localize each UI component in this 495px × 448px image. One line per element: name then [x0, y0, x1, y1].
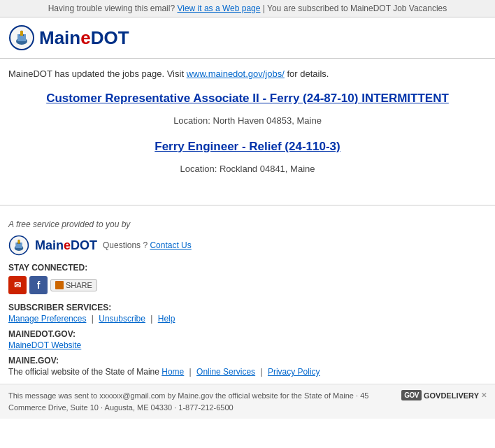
- svg-rect-11: [17, 240, 20, 244]
- mainedot-website-link[interactable]: MaineDOT Website: [8, 340, 81, 350]
- share-label: SHARE: [66, 281, 92, 289]
- help-link[interactable]: Help: [158, 314, 175, 324]
- maine-gov-section: MAINE.GOV: The official website of the S…: [8, 356, 487, 377]
- stay-connected-label: STAY CONNECTED:: [8, 263, 487, 273]
- jobs-page-link[interactable]: www.mainedot.gov/jobs/: [187, 68, 285, 79]
- maine-gov-label: MAINE.GOV:: [8, 356, 487, 366]
- header: MaineDOT: [0, 17, 495, 59]
- free-service-text: A free service provided to you by: [8, 219, 487, 229]
- banner-suffix: | You are subscribed to MaineDOT Job Vac…: [263, 3, 447, 13]
- govdelivery-badge: GOV GOVDELIVERY ✕: [401, 390, 487, 400]
- footer-logo-text: MaineDOT: [35, 238, 97, 253]
- online-services-link[interactable]: Online Services: [196, 367, 255, 377]
- job-location-1: Location: North Haven 04853, Maine: [8, 115, 487, 126]
- subscriber-services-label: SUBSCRIBER SERVICES:: [8, 303, 487, 312]
- maine-seal-icon: [8, 24, 35, 51]
- contact-us-link[interactable]: Contact Us: [150, 240, 191, 250]
- job-title-1[interactable]: Customer Representative Associate II - F…: [46, 92, 449, 106]
- view-as-webpage-link[interactable]: View it as a Web page: [177, 3, 260, 13]
- bottom-footer-text: This message was sent to xxxxxx@gmail.co…: [8, 390, 394, 413]
- email-social-icon[interactable]: ✉: [8, 276, 27, 294]
- job-listing-1: Customer Representative Associate II - F…: [8, 92, 487, 126]
- footer-section: A free service provided to you by MaineD…: [0, 215, 495, 377]
- govdelivery-text: GOVDELIVERY: [424, 391, 479, 400]
- footer-logo-row: MaineDOT Questions ? Contact Us: [8, 235, 487, 256]
- mainedot-gov-label: MAINEDOT.GOV:: [8, 329, 487, 339]
- mainedot-gov-section: MAINEDOT.GOV: MaineDOT Website: [8, 329, 487, 350]
- job-listing-2: Ferry Engineer - Relief (24-110-3) Locat…: [8, 140, 487, 174]
- facebook-icon[interactable]: f: [29, 276, 48, 294]
- bookmark-icon: [55, 281, 64, 289]
- subscriber-links: Manage Preferences | Unsubscribe | Help: [8, 314, 487, 324]
- svg-rect-5: [20, 31, 23, 36]
- mainedot-gov-links: MaineDOT Website: [8, 340, 487, 350]
- unsubscribe-link[interactable]: Unsubscribe: [99, 314, 145, 324]
- job-title-2[interactable]: Ferry Engineer - Relief (24-110-3): [155, 140, 340, 154]
- job-location-2: Location: Rockland 04841, Maine: [8, 164, 487, 174]
- privacy-policy-link[interactable]: Privacy Policy: [268, 367, 320, 377]
- home-link[interactable]: Home: [162, 367, 184, 377]
- maine-gov-links: The official website of the State of Mai…: [8, 367, 487, 377]
- banner-text: Having trouble viewing this email?: [48, 3, 175, 13]
- share-button[interactable]: SHARE: [50, 279, 97, 291]
- logo-area: MaineDOT: [8, 24, 129, 51]
- govdelivery-logo: GOV: [401, 390, 422, 400]
- footer-maine-seal-icon: [8, 235, 29, 256]
- main-divider: [0, 205, 495, 205]
- intro-paragraph: MaineDOT has updated the jobs page. Visi…: [8, 68, 487, 79]
- maine-gov-desc: The official website of the State of Mai…: [8, 367, 159, 377]
- logo-text: MaineDOT: [39, 27, 129, 49]
- govdelivery-x-icon: ✕: [481, 391, 487, 399]
- manage-preferences-link[interactable]: Manage Preferences: [8, 314, 86, 324]
- social-icons-row: ✉ f SHARE: [8, 276, 487, 294]
- footer-questions: Questions ? Contact Us: [103, 240, 192, 250]
- main-content: MaineDOT has updated the jobs page. Visi…: [0, 59, 495, 195]
- top-banner: Having trouble viewing this email? View …: [0, 0, 495, 17]
- bottom-footer: This message was sent to xxxxxx@gmail.co…: [0, 384, 495, 419]
- subscriber-section: SUBSCRIBER SERVICES: Manage Preferences …: [8, 303, 487, 324]
